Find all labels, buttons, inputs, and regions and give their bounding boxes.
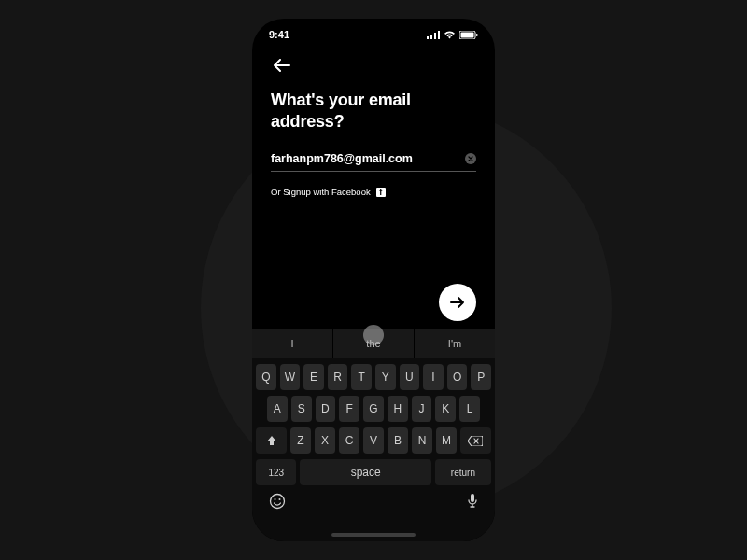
facebook-icon: f <box>376 188 386 197</box>
keyboard-bottom-row <box>256 485 491 510</box>
email-input-row <box>271 152 476 172</box>
key-t[interactable]: T <box>351 364 372 390</box>
svg-rect-0 <box>427 36 429 39</box>
svg-rect-5 <box>461 32 474 37</box>
key-j[interactable]: J <box>412 396 432 422</box>
key-e[interactable]: E <box>303 364 324 390</box>
phone-frame: 9:41 What's your email address? Or Sign <box>252 19 495 541</box>
svg-point-9 <box>279 498 281 500</box>
emoji-key[interactable] <box>269 493 286 510</box>
touch-indicator <box>363 325 384 345</box>
facebook-signup-link[interactable]: Or Signup with Facebook f <box>271 187 476 197</box>
key-d[interactable]: D <box>316 396 336 422</box>
key-y[interactable]: Y <box>375 364 396 390</box>
svg-rect-3 <box>438 31 440 39</box>
email-field[interactable] <box>271 152 458 165</box>
key-p[interactable]: P <box>471 364 491 390</box>
next-button[interactable] <box>439 284 476 321</box>
key-m[interactable]: M <box>436 427 457 454</box>
key-q[interactable]: Q <box>256 364 276 390</box>
key-u[interactable]: U <box>400 364 420 390</box>
back-button[interactable] <box>271 54 293 77</box>
battery-icon <box>459 31 478 39</box>
key-h[interactable]: H <box>388 396 408 422</box>
status-time: 9:41 <box>269 29 289 40</box>
wifi-icon <box>444 31 456 39</box>
key-k[interactable]: K <box>435 396 456 422</box>
keyboard: I the I'm QWERTYUIOP ASDFGHJKL ZXCVBNM 1… <box>252 329 495 541</box>
key-i[interactable]: I <box>423 364 444 390</box>
svg-rect-10 <box>471 494 474 502</box>
key-g[interactable]: G <box>363 396 384 422</box>
home-indicator[interactable] <box>331 533 416 537</box>
clear-input-button[interactable] <box>465 153 476 164</box>
suggestion-0[interactable]: I <box>252 329 333 358</box>
suggestion-2[interactable]: I'm <box>415 329 495 358</box>
space-key[interactable]: space <box>300 459 430 485</box>
key-l[interactable]: L <box>459 396 480 422</box>
backspace-key[interactable] <box>460 427 491 454</box>
key-n[interactable]: N <box>412 427 432 454</box>
key-w[interactable]: W <box>280 364 301 390</box>
status-indicators <box>427 31 478 39</box>
keyboard-row-4: 123 space return <box>256 459 491 485</box>
status-bar: 9:41 <box>252 19 495 50</box>
mic-key[interactable] <box>467 493 478 510</box>
page-heading: What's your email address? <box>271 90 476 132</box>
key-c[interactable]: C <box>339 427 359 454</box>
svg-point-7 <box>271 495 285 509</box>
key-x[interactable]: X <box>315 427 335 454</box>
facebook-signup-label: Or Signup with Facebook <box>271 187 371 197</box>
signal-icon <box>427 31 440 39</box>
shift-key[interactable] <box>256 427 287 454</box>
keyboard-row-3: ZXCVBNM <box>256 427 491 454</box>
svg-point-8 <box>275 498 276 500</box>
svg-rect-2 <box>434 33 436 39</box>
key-z[interactable]: Z <box>290 427 311 454</box>
keyboard-row-2: ASDFGHJKL <box>256 396 491 422</box>
return-key[interactable]: return <box>435 459 491 485</box>
key-a[interactable]: A <box>267 396 288 422</box>
key-o[interactable]: O <box>447 364 468 390</box>
key-r[interactable]: R <box>328 364 348 390</box>
key-v[interactable]: V <box>363 427 384 454</box>
keyboard-row-1: QWERTYUIOP <box>256 364 491 390</box>
key-s[interactable]: S <box>291 396 312 422</box>
key-f[interactable]: F <box>339 396 359 422</box>
key-b[interactable]: B <box>388 427 408 454</box>
numbers-key[interactable]: 123 <box>256 459 296 485</box>
svg-rect-1 <box>430 35 432 39</box>
svg-rect-6 <box>476 34 478 36</box>
